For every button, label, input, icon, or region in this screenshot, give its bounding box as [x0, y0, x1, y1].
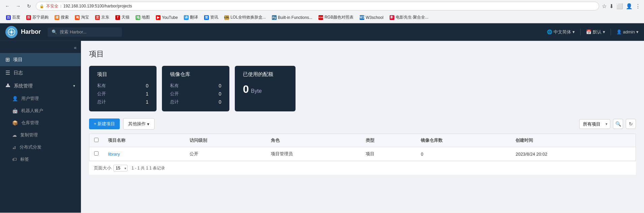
builtin-favicon: Py: [272, 15, 277, 20]
table-row: library 公开 项目管理员 项目 0 2023/8/24 20:02: [89, 147, 636, 161]
download-icon[interactable]: ⬇: [609, 3, 614, 9]
sysadmin-expand-icon: ▾: [73, 84, 75, 88]
sidebar-item-warehouse[interactable]: 📦 仓库管理: [0, 117, 81, 129]
suning-label: 苏宁易购: [32, 15, 49, 20]
bookmark-builtin[interactable]: Py Built-in Functions...: [269, 14, 315, 21]
bookmark-fanyi[interactable]: 译 翻译: [181, 14, 201, 21]
search-favicon: 搜: [55, 15, 59, 20]
bookmark-suning[interactable]: 苏 苏宁易购: [24, 14, 51, 21]
quota-stats-card: 已使用的配额 0 Byte: [235, 66, 296, 111]
filter-select-wrap: 所有项目: [579, 119, 610, 129]
url-text: 192.168.100.139:5100/harbor/projects: [63, 4, 132, 8]
sidebar-collapse-area: «: [0, 44, 81, 53]
bookmark-icon[interactable]: ☆: [602, 3, 607, 9]
registry-private-value: 0: [211, 83, 221, 88]
bookmark-tianmao[interactable]: T 天猫: [113, 14, 132, 21]
project-filter-select[interactable]: 所有项目: [579, 119, 610, 129]
sidebar-item-sysadmin[interactable]: 系统管理 ▾: [0, 79, 81, 92]
browser-toolbar: ← → ↻ 🔒 不安全 | 192.168.100.139:5100/harbo…: [0, 0, 644, 12]
new-project-button[interactable]: + 新建项目: [89, 118, 120, 129]
registry-private-label: 私有: [170, 83, 211, 89]
other-actions-button[interactable]: 其他操作 ▾: [123, 118, 155, 130]
table-right-controls: 所有项目 🔍 ↻: [579, 119, 636, 129]
col-created-time: 创建时间: [511, 134, 636, 147]
project-name-link[interactable]: library: [108, 152, 120, 157]
robot-acct-label: 机器人账户: [21, 108, 43, 114]
col-access-level: 访问级别: [185, 134, 267, 147]
refresh-table-button[interactable]: ↻: [626, 119, 636, 129]
row-checkbox[interactable]: [94, 151, 99, 156]
sidebar-item-logs[interactable]: ☰ 日志: [0, 66, 81, 79]
bookmark-search[interactable]: 搜 搜索: [52, 14, 72, 21]
movie-label: 电影先生·聚合全...: [396, 15, 428, 20]
replication-label: 复制管理: [20, 132, 38, 138]
user-mgmt-icon: 👤: [12, 96, 18, 101]
sidebar-sysadmin-label: 系统管理: [14, 83, 33, 89]
search-button[interactable]: 🔍: [613, 119, 623, 129]
theme-selector[interactable]: 📅 默认 ▾: [586, 29, 605, 35]
search-placeholder: 搜索 Harbor...: [60, 29, 86, 35]
sidebar-item-replication[interactable]: ☁ 复制管理: [0, 129, 81, 141]
main-body: « ⊞ 项目 ☰ 日志 系统管理 ▾: [0, 41, 644, 213]
menu-icon[interactable]: ⋮: [635, 3, 641, 9]
language-selector[interactable]: 🌐 中文简体 ▾: [547, 29, 575, 35]
lang-label: 中文简体: [554, 29, 571, 35]
projects-total-value: 1: [138, 99, 148, 105]
sidebar-item-projects[interactable]: ⊞ 项目: [0, 53, 81, 66]
back-button[interactable]: ←: [3, 2, 11, 10]
bookmark-ditu[interactable]: 地 地图: [133, 14, 152, 21]
registry-total-value: 0: [211, 99, 221, 105]
jd-favicon: 京: [95, 15, 100, 20]
projects-public-label: 公开: [97, 91, 138, 97]
sidebar-item-tags[interactable]: 🏷 标签: [0, 153, 81, 165]
search-icon: 🔍: [52, 29, 57, 34]
bookmark-zixun[interactable]: 资 资讯: [201, 14, 221, 21]
table-body: library 公开 项目管理员 项目 0 2023/8/24 20:02: [89, 147, 636, 161]
bookmark-lol[interactable]: LOL LOL全特效换肤盒...: [222, 14, 269, 21]
harbor-logo-icon: [5, 26, 18, 38]
refresh-button[interactable]: ↻: [25, 2, 33, 10]
registry-total-row: 总计 0: [170, 98, 221, 106]
window-icon[interactable]: ⬜: [616, 3, 623, 9]
table-header-row: 项目名称 访问级别 角色 类型 镜像仓库数 创建时间: [89, 134, 636, 147]
projects-icon: ⊞: [5, 56, 10, 63]
projects-public-row: 公开 1: [97, 90, 148, 98]
bookmark-jd[interactable]: 京 京东: [92, 14, 112, 21]
bookmark-rgb[interactable]: RGB RGB颜色对照表: [316, 14, 356, 21]
bookmark-youtube[interactable]: ▶ YouTube: [153, 14, 180, 21]
ditu-favicon: 地: [136, 15, 140, 20]
content-area: 项目 项目 私有 0 公开 1 总计 1: [81, 41, 644, 213]
select-all-checkbox[interactable]: [94, 138, 99, 142]
sidebar-item-robot-acct[interactable]: 🤖 机器人账户: [0, 105, 81, 117]
bookmark-baidu[interactable]: 百 百度: [3, 14, 23, 21]
stats-row: 项目 私有 0 公开 1 总计 1 镜像仓库: [89, 66, 636, 111]
bookmark-w3c[interactable]: W3 W3school: [357, 14, 386, 21]
row-repo-count: 0: [416, 147, 511, 161]
lock-icon: 🔒: [39, 4, 44, 8]
refresh-table-icon: ↻: [629, 121, 633, 127]
tianmao-label: 天猫: [121, 15, 130, 20]
harbor-brand-text: Harbor: [21, 28, 41, 35]
distribution-label: 分布式分发: [20, 144, 41, 150]
profile-icon[interactable]: 👤: [626, 3, 633, 9]
search-bar[interactable]: 🔍 搜索 Harbor...: [48, 27, 122, 37]
bookmark-taobao[interactable]: 淘 淘宝: [72, 14, 92, 21]
user-menu[interactable]: 👤 admin ▾: [616, 29, 639, 34]
sidebar-item-user-mgmt[interactable]: 👤 用户管理: [0, 92, 81, 105]
harbor-logo[interactable]: Harbor: [5, 26, 41, 38]
baidu-favicon: 百: [6, 15, 11, 20]
movie-favicon: 影: [390, 15, 394, 20]
row-type: 项目: [361, 147, 416, 161]
projects-private-value: 0: [138, 83, 148, 88]
address-bar[interactable]: 🔒 不安全 | 192.168.100.139:5100/harbor/proj…: [36, 2, 599, 10]
sidebar-collapse-button[interactable]: «: [74, 45, 77, 50]
col-project-name: 项目名称: [103, 134, 185, 147]
globe-icon: 🌐: [547, 29, 552, 34]
page-size-select[interactable]: 15 25 50: [113, 165, 128, 171]
quota-value-display: 0 Byte: [243, 83, 287, 96]
w3c-favicon: W3: [360, 15, 364, 20]
sidebar-logs-label: 日志: [13, 70, 23, 76]
bookmark-movie[interactable]: 影 电影先生·聚合全...: [387, 14, 431, 21]
sidebar-item-distribution[interactable]: ⊿ 分布式分发: [0, 141, 81, 153]
forward-button[interactable]: →: [14, 2, 22, 10]
